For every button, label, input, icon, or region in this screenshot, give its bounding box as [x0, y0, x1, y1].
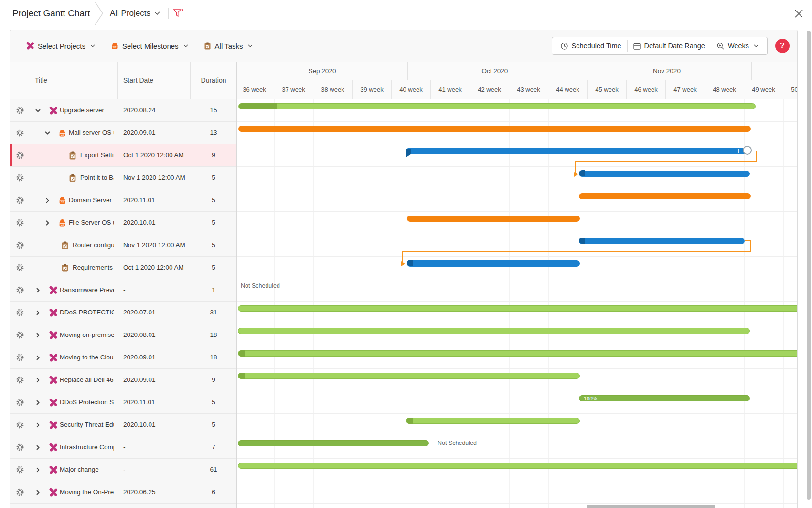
- close-button[interactable]: [792, 7, 805, 20]
- gantt-bar-greenDark[interactable]: 100%: [579, 395, 750, 401]
- gantt-bar-blue[interactable]: [407, 260, 580, 267]
- add-filter-icon[interactable]: [173, 9, 184, 18]
- table-row[interactable]: Moving the On-Pre2020.06.256: [10, 481, 236, 504]
- bar-start-flag-icon: [406, 149, 411, 158]
- milestone-icon: 02: [58, 129, 66, 139]
- gantt-bar-green[interactable]: [406, 418, 580, 424]
- select-milestones-dropdown[interactable]: 02 Select Milestones: [103, 42, 196, 50]
- gear-icon[interactable]: [16, 398, 24, 407]
- row-duration: 61: [191, 466, 236, 473]
- gear-icon[interactable]: [16, 196, 24, 205]
- table-row[interactable]: Point it to BacNov 1 2020 12:00 AM5: [10, 167, 236, 189]
- gear-icon[interactable]: [16, 421, 24, 429]
- table-row[interactable]: Moving on-premise2020.08.0118: [10, 324, 236, 346]
- table-row[interactable]: Replace all Dell 462020.09.019: [10, 369, 236, 391]
- expand-chevron-icon[interactable]: [35, 489, 41, 497]
- not-scheduled-label: Not Scheduled: [241, 282, 280, 290]
- table-row[interactable]: 02Domain Server C2020.11.015: [10, 189, 236, 212]
- gantt-bar-greenDark[interactable]: [238, 440, 429, 446]
- expand-chevron-icon[interactable]: [35, 467, 41, 475]
- gear-icon[interactable]: [16, 241, 24, 249]
- column-header-title[interactable]: Title: [10, 62, 118, 99]
- gear-icon[interactable]: [16, 376, 24, 384]
- collapse-chevron-icon[interactable]: [35, 108, 41, 115]
- gantt-bar-green[interactable]: [238, 103, 756, 109]
- row-start-date: -: [123, 466, 189, 473]
- table-row[interactable]: Ransomware Preve-1: [10, 279, 236, 302]
- select-projects-dropdown[interactable]: Select Projects: [19, 42, 103, 50]
- gantt-bar-orange[interactable]: [407, 216, 580, 222]
- expand-chevron-icon[interactable]: [35, 332, 41, 340]
- chart-row: [237, 122, 797, 144]
- expand-chevron-icon[interactable]: [35, 287, 41, 295]
- gear-icon[interactable]: [16, 151, 24, 160]
- gantt-bar-green[interactable]: [238, 350, 797, 357]
- milestone-icon: 02: [111, 42, 118, 50]
- default-date-range-button[interactable]: Default Date Range: [628, 42, 711, 50]
- expand-chevron-icon[interactable]: [44, 197, 51, 205]
- expand-chevron-icon[interactable]: [35, 400, 41, 407]
- expand-chevron-icon[interactable]: [35, 422, 41, 430]
- gantt-bar-orange[interactable]: [579, 193, 751, 199]
- table-row[interactable]: Infrastructure Comp-7: [10, 436, 236, 459]
- gear-icon[interactable]: [16, 488, 24, 497]
- gear-icon[interactable]: [16, 173, 24, 182]
- table-row[interactable]: 02Mail server OS u2020.09.0113: [10, 122, 236, 144]
- gear-icon[interactable]: [16, 286, 24, 294]
- row-duration: 9: [191, 376, 236, 383]
- expand-chevron-icon[interactable]: [35, 377, 41, 385]
- scheduled-time-button[interactable]: Scheduled Time: [555, 42, 627, 50]
- chart-row: [237, 189, 797, 212]
- expand-chevron-icon[interactable]: [35, 444, 41, 452]
- gear-icon[interactable]: [16, 263, 24, 272]
- row-start-date: Oct 1 2020 12:00 AM: [123, 264, 189, 271]
- bar-resize-grip[interactable]: [736, 149, 739, 153]
- table-row[interactable]: DDoS PROTECTIO2020.07.0131: [10, 302, 236, 324]
- help-button[interactable]: ?: [775, 39, 790, 53]
- gear-icon[interactable]: [16, 443, 24, 452]
- gantt-bar-blue[interactable]: [579, 238, 745, 244]
- gear-icon[interactable]: [16, 331, 24, 339]
- gear-icon[interactable]: [16, 308, 24, 317]
- gantt-bar-green[interactable]: [238, 328, 750, 334]
- gantt-bar-green[interactable]: [238, 463, 797, 469]
- table-row[interactable]: DDoS Protection S2020.11.015: [10, 391, 236, 414]
- row-start-date: Nov 1 2020 12:00 AM: [123, 174, 189, 181]
- gantt-bar-green[interactable]: [238, 305, 797, 312]
- project-icon: [49, 466, 57, 476]
- gear-icon[interactable]: [16, 129, 24, 137]
- gear-icon[interactable]: [16, 106, 24, 115]
- table-row[interactable]: Upgrade server2020.08.2415: [10, 99, 236, 122]
- bar-drag-handle[interactable]: [743, 146, 752, 155]
- all-tasks-dropdown[interactable]: All Tasks: [196, 42, 260, 50]
- gantt-bar-blue[interactable]: [406, 148, 746, 154]
- chart-row: [237, 167, 797, 189]
- gantt-bar-green[interactable]: [238, 373, 580, 379]
- expand-chevron-icon[interactable]: [35, 310, 41, 317]
- table-row[interactable]: Major change-61: [10, 459, 236, 481]
- gantt-grid: Title Start Date Duration Upgrade server…: [10, 62, 797, 508]
- table-row[interactable]: Security Threat Edu2020.10.015: [10, 414, 236, 436]
- collapse-chevron-icon[interactable]: [44, 130, 51, 138]
- horizontal-scrollbar[interactable]: [587, 505, 715, 508]
- table-row[interactable]: Router configuraNov 1 2020 12:00 AM5: [10, 234, 236, 257]
- svg-text:02: 02: [61, 133, 64, 136]
- column-header-duration[interactable]: Duration: [191, 62, 236, 99]
- gear-icon[interactable]: [16, 218, 24, 227]
- table-row[interactable]: Requirements doOct 1 2020 12:00 AM5: [10, 257, 236, 279]
- gantt-bar-blue[interactable]: [579, 171, 750, 177]
- project-icon: [49, 488, 57, 498]
- gear-icon[interactable]: [16, 353, 24, 362]
- gantt-bar-orange[interactable]: [238, 126, 751, 132]
- table-row[interactable]: Export SettingOct 1 2020 12:00 AM9: [10, 144, 236, 167]
- table-row[interactable]: Moving to the Clou2020.09.0118: [10, 346, 236, 369]
- gear-icon[interactable]: [16, 465, 24, 474]
- column-header-start-date[interactable]: Start Date: [118, 62, 191, 99]
- row-title: Security Threat Edu: [60, 421, 114, 428]
- table-row[interactable]: 02File Server OS u2020.10.015: [10, 212, 236, 234]
- expand-chevron-icon[interactable]: [44, 220, 51, 227]
- vertical-scrollbar[interactable]: [807, 31, 811, 500]
- project-scope-dropdown[interactable]: All Projects: [110, 9, 160, 18]
- zoom-level-dropdown[interactable]: Weeks: [711, 42, 764, 50]
- expand-chevron-icon[interactable]: [35, 355, 41, 362]
